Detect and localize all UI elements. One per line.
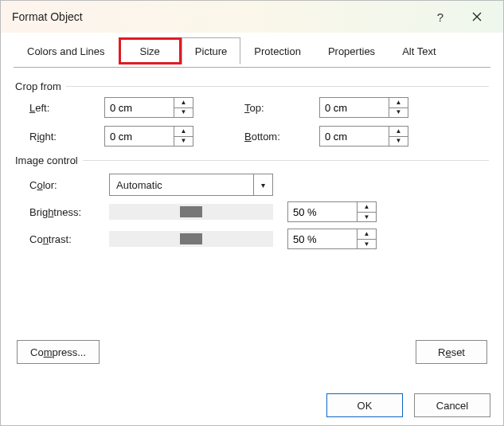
spin-down-icon[interactable]: ▼ [357, 212, 376, 222]
dialog-footer: OK Cancel [326, 393, 490, 417]
tab-properties[interactable]: Properties [315, 37, 389, 64]
help-button[interactable]: ? [422, 1, 459, 33]
chevron-down-icon[interactable]: ▾ [253, 174, 272, 195]
crop-top-field[interactable] [320, 98, 389, 117]
title-bar: Format Object ? [1, 1, 503, 33]
image-control-group: Image control [15, 154, 489, 166]
spin-down-icon[interactable]: ▼ [389, 136, 408, 147]
spinner-buttons[interactable]: ▲▼ [389, 98, 408, 117]
crop-from-label: Crop from [15, 80, 61, 92]
crop-bottom-label: Bottom: [244, 131, 319, 143]
compress-button[interactable]: Compress... [17, 340, 100, 364]
tab-colors-lines[interactable]: Colors and Lines [14, 37, 119, 64]
spinner-buttons[interactable]: ▲▼ [174, 127, 193, 146]
close-button[interactable] [459, 1, 495, 33]
spin-down-icon[interactable]: ▼ [389, 107, 408, 118]
dialog-window: Format Object ? Colors and Lines Size Pi… [0, 0, 504, 426]
brightness-label: Brightness: [29, 206, 109, 218]
color-label: Color: [29, 179, 109, 191]
spinner-buttons[interactable]: ▲▼ [389, 127, 408, 146]
tab-panel: Crop from Left: ▲▼ Top: ▲▼ Right: [14, 68, 490, 369]
tab-picture[interactable]: Picture [182, 37, 240, 64]
crop-from-group: Crop from [15, 80, 489, 92]
brightness-input[interactable]: ▲▼ [287, 201, 377, 222]
tab-alttext[interactable]: Alt Text [389, 37, 449, 64]
close-icon [472, 12, 482, 21]
brightness-slider[interactable] [109, 204, 273, 220]
crop-left-input[interactable]: ▲▼ [104, 97, 193, 118]
image-controls: Color: Automatic ▾ Brightness: ▲▼ [29, 171, 489, 252]
dialog-title: Format Object [12, 10, 422, 23]
color-value: Automatic [110, 179, 169, 191]
crop-right-field[interactable] [105, 127, 174, 146]
brightness-field[interactable] [288, 202, 357, 221]
cancel-button[interactable]: Cancel [414, 393, 490, 417]
color-select[interactable]: Automatic ▾ [109, 174, 273, 196]
crop-top-input[interactable]: ▲▼ [319, 97, 408, 118]
ok-button[interactable]: OK [326, 393, 403, 417]
crop-grid: Left: ▲▼ Top: ▲▼ Right: ▲▼ Bottom: [29, 97, 489, 147]
spin-down-icon[interactable]: ▼ [357, 239, 376, 249]
slider-thumb[interactable] [180, 206, 202, 217]
contrast-label: Contrast: [29, 233, 109, 245]
reset-button[interactable]: Reset [416, 340, 487, 364]
crop-left-field[interactable] [105, 98, 174, 117]
image-control-label: Image control [15, 154, 78, 166]
spinner-buttons[interactable]: ▲▼ [174, 98, 193, 117]
crop-right-input[interactable]: ▲▼ [104, 126, 193, 147]
spin-down-icon[interactable]: ▼ [174, 136, 193, 147]
tab-size[interactable]: Size [119, 37, 182, 64]
contrast-field[interactable] [288, 229, 357, 248]
panel-button-row: Compress... Reset [14, 340, 490, 364]
divider [83, 160, 489, 161]
spin-up-icon[interactable]: ▲ [357, 229, 376, 239]
contrast-slider[interactable] [109, 231, 273, 247]
tab-strip: Colors and Lines Size Picture Protection… [14, 37, 490, 64]
spin-down-icon[interactable]: ▼ [174, 107, 193, 118]
crop-bottom-input[interactable]: ▲▼ [319, 126, 408, 147]
spin-up-icon[interactable]: ▲ [389, 98, 408, 107]
spin-up-icon[interactable]: ▲ [174, 98, 193, 107]
crop-top-label: Top: [244, 102, 319, 114]
crop-left-label: Left: [29, 102, 104, 114]
divider [66, 86, 489, 87]
spin-up-icon[interactable]: ▲ [389, 127, 408, 136]
slider-thumb[interactable] [180, 233, 202, 244]
tab-protection[interactable]: Protection [240, 37, 315, 64]
crop-bottom-field[interactable] [320, 127, 389, 146]
crop-right-label: Right: [29, 131, 104, 143]
spin-up-icon[interactable]: ▲ [357, 202, 376, 212]
content-area: Colors and Lines Size Picture Protection… [1, 33, 503, 369]
contrast-input[interactable]: ▲▼ [287, 229, 377, 249]
spin-up-icon[interactable]: ▲ [174, 127, 193, 136]
